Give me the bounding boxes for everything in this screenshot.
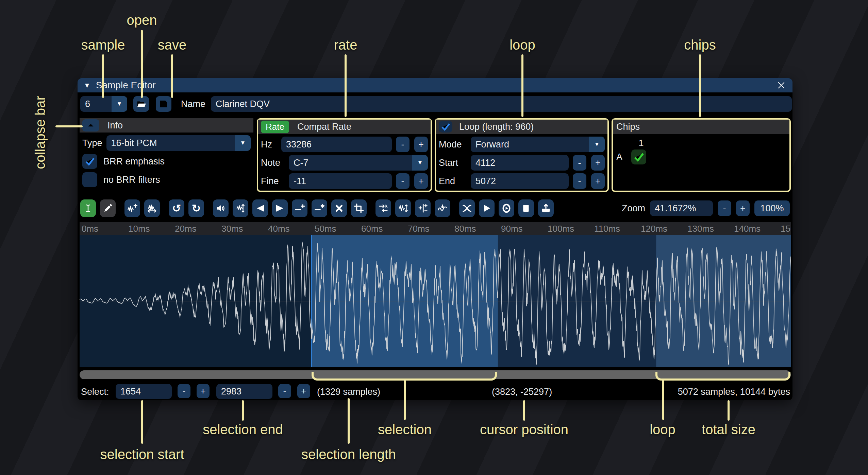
invert-button[interactable] [395,199,411,217]
hz-plus-button[interactable]: + [414,137,428,152]
loop-start-input[interactable]: 4112 [471,155,569,171]
apply-silence-icon [314,203,324,213]
collapse-bar-button[interactable] [82,119,99,131]
name-input[interactable]: Clarinet DQV [211,96,792,112]
leader-line-cursor-position [523,400,525,421]
save-button[interactable] [156,96,171,112]
sample-editor-window: ▼ Sample Editor 6 ▼ Name Clarinet DQV [78,78,792,400]
leader-line-selection-end [242,400,244,421]
close-button[interactable] [775,80,787,91]
normalize-button[interactable] [233,199,248,217]
leader-line-selection-length [348,398,350,444]
apply-silence-button[interactable] [312,199,327,217]
hz-minus-button[interactable]: - [396,137,410,152]
resize-button[interactable] [124,199,140,217]
selection-end-plus-button[interactable]: + [297,384,310,398]
amplify-button[interactable] [213,199,229,217]
fade-in-button[interactable] [252,199,268,217]
zoom-reset-button[interactable]: 100% [754,200,790,216]
loop-start-minus-button[interactable]: - [573,155,586,171]
create-instrument-button[interactable] [538,199,554,217]
open-button[interactable] [133,96,149,112]
waveform-scrollbar[interactable] [80,370,791,380]
sample-select[interactable]: 6 ▼ [80,96,127,112]
fine-input[interactable]: -11 [289,173,392,189]
loop-mode-dropdown[interactable]: Forward ▼ [471,137,605,152]
reverse-button[interactable] [375,199,391,217]
chevron-down-icon[interactable]: ▼ [412,155,428,171]
info-header: Info [80,118,253,133]
sign-button[interactable] [415,199,431,217]
collapse-triangle-icon[interactable]: ▼ [84,82,90,89]
hz-input[interactable]: 33286 [281,137,392,152]
ruler-tick: 20ms [175,224,197,234]
annotation-loop-top: loop [510,37,535,53]
rate-header-label[interactable]: Compat Rate [297,122,351,132]
zoom-out-button[interactable]: - [718,200,731,216]
stop-button[interactable] [518,199,534,217]
crossfade-button[interactable] [459,199,475,217]
check-icon [440,122,451,132]
loop-start-plus-button[interactable]: + [591,155,605,171]
scrollbar-thumb[interactable] [80,370,791,379]
type-dropdown[interactable]: 16-bit PCM ▼ [106,135,251,151]
loop-checkbox[interactable] [439,121,452,133]
selection-start-minus-button[interactable]: - [178,384,190,398]
waveform-canvas[interactable] [80,235,791,367]
info-header-label: Info [107,120,123,131]
insert-silence-button[interactable] [292,199,307,217]
filter-button[interactable] [435,199,450,217]
ruler-tick: 50ms [315,224,336,234]
sample-select-value: 6 [80,99,112,109]
sign-icon [418,203,428,213]
sample-row: 6 ▼ Name Clarinet DQV [78,94,792,113]
fade-out-button[interactable] [272,199,288,217]
note-dropdown[interactable]: C-7 ▼ [289,155,428,171]
annotation-total-size: total size [702,422,755,437]
type-label: Type [82,138,102,148]
filter-icon [437,203,448,213]
zoom-in-button[interactable]: + [736,200,750,216]
loop-mode-value: Forward [471,139,589,150]
undo-button[interactable]: ↺ [169,199,184,217]
i-beam-icon [83,203,93,213]
chevron-down-icon[interactable]: ▼ [589,137,605,152]
loop-end-minus-button[interactable]: - [573,173,586,189]
type-value: 16-bit PCM [106,138,235,148]
loop-end-input[interactable]: 5072 [471,173,569,189]
ruler-tick: 80ms [454,224,476,234]
selection-start-input[interactable]: 1654 [116,384,172,399]
selection-end-input[interactable]: 2983 [216,384,272,399]
selection-start-plus-button[interactable]: + [197,384,210,398]
trim-button[interactable] [351,199,367,217]
total-size-text: 5072 samples, 10144 bytes [678,384,790,400]
loop-start-label: Start [439,158,467,168]
brr-emphasis-checkbox[interactable] [82,154,97,169]
fine-plus-button[interactable]: + [414,173,428,189]
resample-icon [147,203,157,213]
resample-button[interactable] [144,199,160,217]
redo-button[interactable]: ↻ [188,199,204,217]
edit-mode-draw-button[interactable] [100,199,116,217]
fine-label: Fine [261,176,285,187]
edit-mode-select-button[interactable] [80,199,96,217]
waveform-view[interactable] [80,235,791,367]
play-selection-button[interactable] [499,199,514,217]
fine-minus-button[interactable]: - [396,173,410,189]
normalize-icon [235,203,246,213]
play-button[interactable] [479,199,495,217]
hz-label: Hz [261,139,277,150]
selection-end-minus-button[interactable]: - [278,384,291,398]
chevron-up-icon [86,121,95,130]
chevron-down-icon[interactable]: ▼ [235,135,251,151]
chip-enable-checkbox[interactable] [631,149,646,164]
reverse-icon [378,203,388,213]
zoom-input[interactable]: 41.1672% [650,200,713,216]
chevron-down-icon[interactable]: ▼ [112,96,127,112]
loop-end-plus-button[interactable]: + [591,173,605,189]
no-brr-filters-checkbox[interactable] [82,172,97,187]
note-value: C-7 [289,158,412,168]
time-ruler[interactable]: 0ms10ms20ms30ms40ms50ms60ms70ms80ms90ms1… [80,222,791,235]
title-bar[interactable]: ▼ Sample Editor [78,78,792,92]
delete-button[interactable] [331,199,347,217]
